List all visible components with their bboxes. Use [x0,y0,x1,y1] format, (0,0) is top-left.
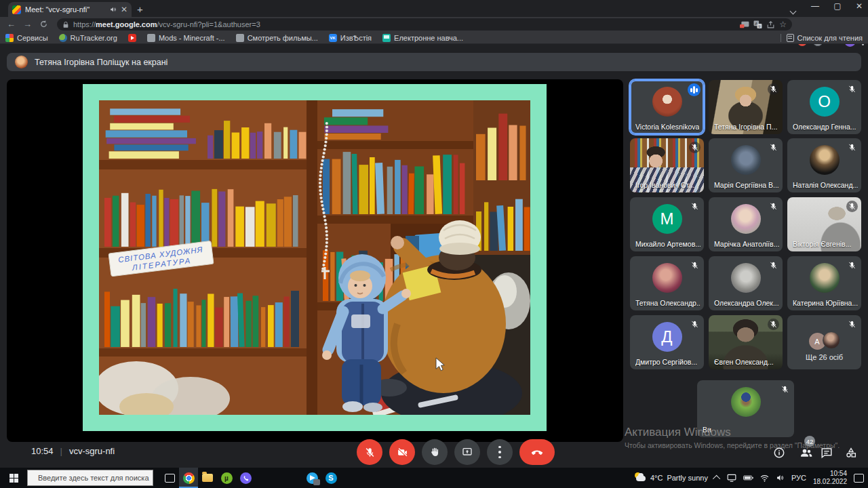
mic-muted-icon [689,201,701,212]
svg-text:文: 文 [758,24,762,28]
participant-name: Ігор Іванович Ст... [635,181,694,189]
tab-search-chevron-icon[interactable] [791,4,797,11]
divider [781,34,781,42]
meeting-details-icon[interactable] [772,445,787,460]
forward-button[interactable]: → [23,19,32,30]
viber-icon [240,472,252,484]
participant-name: Тетяна Олександр... [635,299,701,307]
skype-icon: S [326,472,337,484]
tray-expand-icon[interactable] [713,475,720,483]
participant-tile[interactable]: Олександра Олек... [709,256,783,310]
participant-tile[interactable]: ДДмитро Сергійов... [630,315,704,369]
taskbar-utorrent[interactable]: µ [217,468,236,488]
taskbar-telegram[interactable] [302,468,321,488]
participant-tile[interactable]: Євген Олександ... [709,315,783,369]
raise-hand-button[interactable] [422,439,448,465]
participant-name: Марічка Анатоліїв... [714,240,779,248]
mic-muted-icon [689,319,701,330]
folder-icon [202,474,213,482]
participant-tile[interactable]: Victoria Kolesnikova [630,80,704,134]
participant-tile[interactable]: Марія Сергіївна В... [709,138,783,192]
mic-muted-icon [846,319,858,330]
tab-close-icon[interactable]: ✕ [121,5,127,14]
bookmark-elearning[interactable]: Електронне навча... [382,34,463,42]
bookmark-servicy[interactable]: Сервисы [5,34,48,42]
presentation-stage: СВІТОВА ХУДОЖНЯ ЛІТЕРАТУРА [7,79,623,442]
share-icon[interactable] [766,20,775,29]
telegram-badge [313,479,320,485]
taskbar-search-input[interactable]: Введите здесь текст для поиска [27,470,153,486]
taskbar-weather[interactable]: 4°CPartly sunny [634,472,708,483]
bookmark-rutracker[interactable]: RuTracker.org [59,34,117,42]
tab-audio-icon[interactable] [110,6,117,13]
avatar [731,263,761,293]
window-maximize-button[interactable]: ▢ [827,1,848,11]
wifi-icon[interactable] [760,474,769,482]
participant-tile[interactable]: Катерина Юріївна... [787,256,861,310]
chrome-icon [183,472,195,484]
activities-icon[interactable] [844,445,859,460]
participant-tile[interactable]: Наталія Олександ... [787,138,861,192]
present-screen-button[interactable] [454,439,480,465]
address-bar[interactable]: https://meet.google.com/vcv-sgru-nfi?pli… [57,18,792,30]
bookmark-minecraft-mods[interactable]: Mods - Minecraft -... [147,34,225,42]
media-control-icon[interactable] [740,21,749,28]
window-minimize-button[interactable]: — [805,1,825,11]
participant-tile[interactable]: Марічка Анатоліїв... [709,197,783,251]
overflow-label: Ще 26 осіб [787,353,861,361]
library-photo: СВІТОВА ХУДОЖНЯ ЛІТЕРАТУРА [99,100,530,415]
task-view-button[interactable] [160,468,179,488]
avatar [731,204,761,234]
camera-toggle-button[interactable] [389,439,415,465]
telegram-icon [307,472,318,484]
browser-toolbar: ← → https://meet.google.com/vcv-sgru-nfi… [0,17,868,32]
participant-tile[interactable]: Вікторія Євгенів... [787,197,861,251]
translate-icon[interactable]: A文 [753,20,762,29]
reload-button[interactable] [39,20,48,28]
participants-icon[interactable] [799,445,814,460]
taskbar-explorer[interactable] [198,468,217,488]
action-center-icon[interactable] [854,474,864,483]
display-tray-icon[interactable] [727,474,736,482]
participant-name: Євген Олександ... [714,358,774,366]
browser-tab[interactable]: Meet: "vcv-sgru-nfi" ✕ [8,2,132,17]
participant-tile[interactable]: ООлександр Генна... [787,80,861,134]
reading-list-button[interactable]: Список для чтения [787,34,863,42]
start-button[interactable] [0,468,27,488]
mic-muted-icon [768,260,779,271]
mic-toggle-button[interactable] [357,439,382,465]
presenter-avatar [15,56,28,68]
back-button[interactable]: ← [7,19,16,30]
participant-name: Тетяна Ігорівна П... [714,123,777,131]
chat-icon[interactable] [819,445,834,460]
url-text: https://meet.google.com/vcv-sgru-nfi?pli… [73,20,736,28]
new-tab-button[interactable]: + [137,3,143,15]
meeting-info: 10:54 | vcv-sgru-nfi [31,446,115,456]
taskbar-skype[interactable]: S [321,468,340,488]
bookmark-izvestia[interactable]: VKИзвѢстія [329,34,372,42]
more-options-button[interactable] [487,439,513,465]
rutracker-icon [59,34,67,42]
taskbar-clock[interactable]: 10:5418.02.2022 [813,470,847,486]
participant-tile[interactable]: АЩе 26 осіб [787,315,861,369]
participant-name: Катерина Юріївна... [793,299,858,307]
participant-tile[interactable]: Ігор Іванович Ст... [630,138,704,192]
meeting-clock: 10:54 [31,446,54,456]
bookmark-star-icon[interactable]: ☆ [779,20,787,29]
taskbar-viber[interactable] [236,468,255,488]
participant-tile[interactable]: ММихайло Артемов... [630,197,704,251]
battery-icon[interactable] [743,474,753,481]
window-close-button[interactable]: ✕ [849,1,868,11]
participant-tile[interactable]: Тетяна Олександр... [630,256,704,310]
participant-tile[interactable]: Тетяна Ігорівна П... [709,80,783,134]
bookmark-movies[interactable]: Смотреть фильмы... [236,34,318,42]
volume-icon[interactable] [776,474,785,482]
end-call-button[interactable] [519,439,555,465]
taskbar-chrome[interactable] [179,468,198,488]
windows-logo-icon [9,474,18,483]
mic-muted-icon [846,201,858,212]
participant-name: Victoria Kolesnikova [635,123,699,131]
mic-muted-icon [846,142,858,153]
language-indicator[interactable]: РУС [791,474,806,482]
bookmark-youtube[interactable] [128,34,136,42]
